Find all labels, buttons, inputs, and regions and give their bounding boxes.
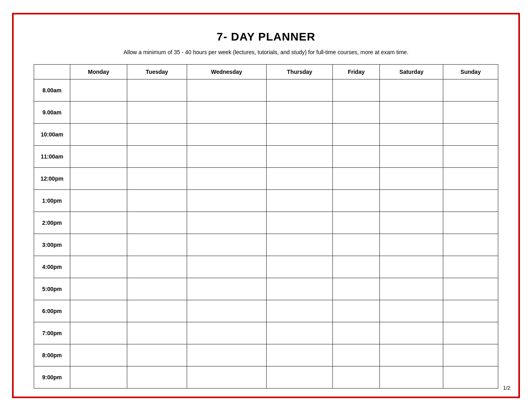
schedule-cell[interactable] bbox=[187, 146, 267, 168]
schedule-cell[interactable] bbox=[70, 102, 127, 124]
schedule-cell[interactable] bbox=[333, 168, 380, 190]
schedule-cell[interactable] bbox=[70, 212, 127, 234]
schedule-cell[interactable] bbox=[333, 322, 380, 344]
schedule-cell[interactable] bbox=[187, 256, 267, 278]
schedule-cell[interactable] bbox=[380, 168, 443, 190]
schedule-cell[interactable] bbox=[333, 278, 380, 300]
schedule-cell[interactable] bbox=[187, 190, 267, 212]
schedule-cell[interactable] bbox=[380, 322, 443, 344]
schedule-cell[interactable] bbox=[127, 212, 187, 234]
schedule-cell[interactable] bbox=[187, 168, 267, 190]
schedule-cell[interactable] bbox=[127, 102, 187, 124]
schedule-cell[interactable] bbox=[380, 124, 443, 146]
schedule-cell[interactable] bbox=[443, 102, 498, 124]
schedule-cell[interactable] bbox=[187, 79, 267, 102]
schedule-cell[interactable] bbox=[187, 212, 267, 234]
schedule-cell[interactable] bbox=[333, 366, 380, 389]
schedule-cell[interactable] bbox=[187, 300, 267, 322]
schedule-cell[interactable] bbox=[443, 366, 498, 389]
schedule-cell[interactable] bbox=[127, 278, 187, 300]
schedule-cell[interactable] bbox=[267, 146, 333, 168]
schedule-cell[interactable] bbox=[70, 300, 127, 322]
schedule-cell[interactable] bbox=[70, 322, 127, 344]
schedule-cell[interactable] bbox=[267, 256, 333, 278]
schedule-cell[interactable] bbox=[127, 366, 187, 389]
schedule-cell[interactable] bbox=[380, 79, 443, 102]
schedule-cell[interactable] bbox=[267, 278, 333, 300]
schedule-cell[interactable] bbox=[443, 212, 498, 234]
schedule-cell[interactable] bbox=[333, 300, 380, 322]
schedule-cell[interactable] bbox=[267, 344, 333, 366]
schedule-cell[interactable] bbox=[443, 146, 498, 168]
schedule-cell[interactable] bbox=[380, 344, 443, 366]
schedule-cell[interactable] bbox=[443, 168, 498, 190]
schedule-cell[interactable] bbox=[267, 234, 333, 256]
schedule-cell[interactable] bbox=[443, 79, 498, 102]
schedule-cell[interactable] bbox=[70, 146, 127, 168]
schedule-cell[interactable] bbox=[443, 256, 498, 278]
schedule-cell[interactable] bbox=[267, 212, 333, 234]
schedule-cell[interactable] bbox=[70, 366, 127, 389]
schedule-cell[interactable] bbox=[333, 234, 380, 256]
schedule-cell[interactable] bbox=[187, 102, 267, 124]
schedule-cell[interactable] bbox=[267, 102, 333, 124]
schedule-cell[interactable] bbox=[267, 190, 333, 212]
schedule-cell[interactable] bbox=[380, 146, 443, 168]
schedule-cell[interactable] bbox=[267, 79, 333, 102]
schedule-cell[interactable] bbox=[127, 124, 187, 146]
schedule-cell[interactable] bbox=[443, 124, 498, 146]
schedule-cell[interactable] bbox=[127, 256, 187, 278]
schedule-cell[interactable] bbox=[443, 278, 498, 300]
schedule-cell[interactable] bbox=[380, 256, 443, 278]
schedule-cell[interactable] bbox=[127, 300, 187, 322]
schedule-cell[interactable] bbox=[70, 234, 127, 256]
schedule-cell[interactable] bbox=[127, 344, 187, 366]
schedule-cell[interactable] bbox=[443, 190, 498, 212]
schedule-cell[interactable] bbox=[333, 212, 380, 234]
schedule-cell[interactable] bbox=[127, 79, 187, 102]
schedule-cell[interactable] bbox=[380, 234, 443, 256]
schedule-cell[interactable] bbox=[70, 278, 127, 300]
schedule-cell[interactable] bbox=[380, 366, 443, 389]
schedule-cell[interactable] bbox=[380, 300, 443, 322]
schedule-cell[interactable] bbox=[443, 300, 498, 322]
schedule-cell[interactable] bbox=[70, 79, 127, 102]
schedule-cell[interactable] bbox=[70, 190, 127, 212]
schedule-cell[interactable] bbox=[380, 190, 443, 212]
schedule-cell[interactable] bbox=[333, 256, 380, 278]
schedule-cell[interactable] bbox=[127, 234, 187, 256]
schedule-cell[interactable] bbox=[70, 124, 127, 146]
schedule-cell[interactable] bbox=[380, 278, 443, 300]
schedule-cell[interactable] bbox=[267, 322, 333, 344]
schedule-cell[interactable] bbox=[267, 124, 333, 146]
schedule-cell[interactable] bbox=[333, 344, 380, 366]
table-row: 4:00pm bbox=[34, 256, 498, 278]
schedule-cell[interactable] bbox=[70, 344, 127, 366]
schedule-cell[interactable] bbox=[333, 79, 380, 102]
schedule-cell[interactable] bbox=[443, 234, 498, 256]
schedule-cell[interactable] bbox=[187, 124, 267, 146]
schedule-cell[interactable] bbox=[443, 344, 498, 366]
header-monday: Monday bbox=[70, 65, 127, 79]
schedule-cell[interactable] bbox=[187, 366, 267, 389]
schedule-cell[interactable] bbox=[443, 322, 498, 344]
schedule-cell[interactable] bbox=[267, 300, 333, 322]
schedule-cell[interactable] bbox=[333, 124, 380, 146]
schedule-cell[interactable] bbox=[127, 190, 187, 212]
schedule-cell[interactable] bbox=[127, 322, 187, 344]
schedule-cell[interactable] bbox=[187, 344, 267, 366]
schedule-cell[interactable] bbox=[380, 212, 443, 234]
schedule-cell[interactable] bbox=[187, 234, 267, 256]
schedule-cell[interactable] bbox=[267, 168, 333, 190]
schedule-cell[interactable] bbox=[187, 322, 267, 344]
schedule-cell[interactable] bbox=[187, 278, 267, 300]
schedule-cell[interactable] bbox=[333, 146, 380, 168]
schedule-cell[interactable] bbox=[380, 102, 443, 124]
schedule-cell[interactable] bbox=[127, 168, 187, 190]
schedule-cell[interactable] bbox=[70, 168, 127, 190]
schedule-cell[interactable] bbox=[127, 146, 187, 168]
schedule-cell[interactable] bbox=[333, 102, 380, 124]
schedule-cell[interactable] bbox=[267, 366, 333, 389]
schedule-cell[interactable] bbox=[70, 256, 127, 278]
schedule-cell[interactable] bbox=[333, 190, 380, 212]
